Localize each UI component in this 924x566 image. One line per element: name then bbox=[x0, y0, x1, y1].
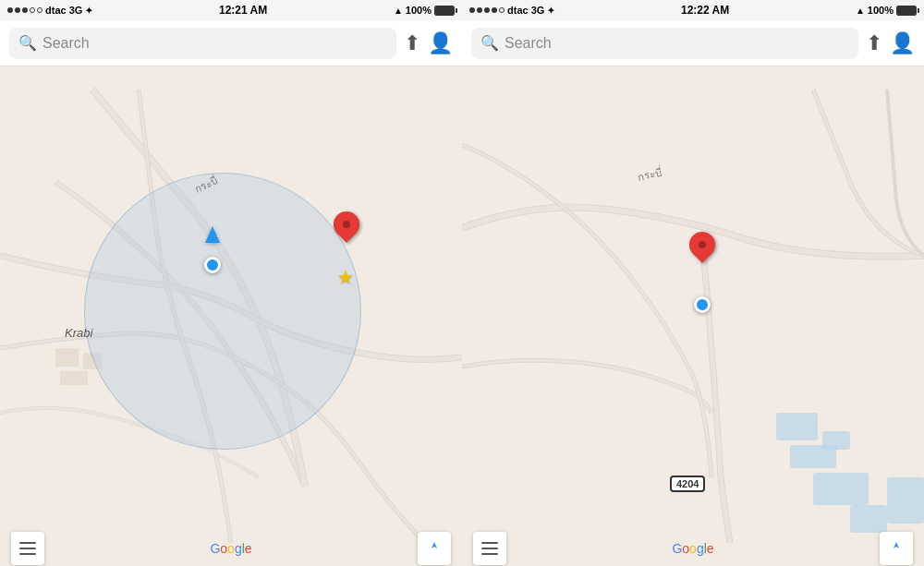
status-bar-right: dtac 3G ✦ 12:22 AM ▲ 100% bbox=[462, 0, 924, 20]
search-placeholder-left: Search bbox=[43, 35, 90, 52]
o1: o bbox=[220, 541, 227, 556]
ro1: o bbox=[682, 541, 689, 556]
google-logo-right: Google bbox=[672, 541, 713, 556]
user-direction-left bbox=[205, 226, 220, 243]
locate-icon-left bbox=[426, 540, 443, 557]
ro2: o bbox=[689, 541, 697, 556]
o2: o bbox=[227, 541, 235, 556]
map-bottom-right: Google bbox=[462, 531, 924, 566]
battery-icon-left bbox=[434, 6, 455, 16]
menu-button-left[interactable] bbox=[11, 532, 44, 565]
network-right: 3G bbox=[531, 5, 545, 16]
network-left: 3G bbox=[69, 5, 83, 16]
search-bar-right: 🔍 Search ⬆ 👤 bbox=[462, 20, 924, 66]
rham-line1 bbox=[481, 542, 498, 544]
rg2: g bbox=[697, 541, 704, 556]
locate-button-right[interactable] bbox=[880, 532, 913, 565]
rg1: G bbox=[672, 541, 682, 556]
status-right-left: ▲ 100% bbox=[394, 5, 455, 16]
svg-rect-9 bbox=[850, 505, 887, 533]
dot1 bbox=[7, 7, 13, 13]
navigation-icon-left[interactable]: ⬆ bbox=[404, 31, 420, 55]
location-arrow-left: ▲ bbox=[394, 6, 403, 16]
dot5 bbox=[37, 7, 43, 13]
locate-button-left[interactable] bbox=[418, 532, 451, 565]
dot3 bbox=[22, 7, 28, 13]
menu-button-right[interactable] bbox=[473, 532, 506, 565]
map-bottom-left: Google bbox=[0, 531, 462, 566]
time-right: 12:22 AM bbox=[681, 4, 729, 17]
svg-rect-10 bbox=[887, 477, 924, 524]
dot2 bbox=[15, 7, 20, 13]
battery-fill-right bbox=[897, 6, 916, 15]
e: e bbox=[245, 541, 252, 556]
search-bar-left: 🔍 Search ⬆ 👤 bbox=[0, 20, 462, 66]
carrier-left: dtac bbox=[45, 5, 67, 16]
battery-pct-left: 100% bbox=[406, 5, 432, 16]
rham-line3 bbox=[481, 553, 498, 555]
rdot5 bbox=[499, 7, 505, 13]
status-bar-left: dtac 3G ✦ 12:21 AM ▲ 100% bbox=[0, 0, 462, 20]
gps-icon-right: ✦ bbox=[547, 6, 554, 16]
user-location-left bbox=[204, 257, 221, 273]
battery-fill-left bbox=[435, 6, 454, 15]
rdot2 bbox=[477, 7, 482, 13]
search-icon-right: 🔍 bbox=[480, 34, 499, 52]
navigation-icon-right[interactable]: ⬆ bbox=[866, 31, 882, 55]
rdot3 bbox=[484, 7, 490, 13]
pin-dot-right bbox=[699, 241, 706, 248]
dot4 bbox=[30, 7, 35, 13]
svg-rect-1 bbox=[55, 348, 79, 367]
location-arrow-right: ▲ bbox=[856, 6, 865, 16]
pin-head-left bbox=[328, 206, 365, 243]
svg-rect-8 bbox=[813, 473, 869, 505]
battery-pct-right: 100% bbox=[868, 5, 894, 16]
map-area-right[interactable]: กระบี่ 4204 Google bbox=[462, 66, 924, 566]
status-right-right: ▲ 100% bbox=[856, 5, 917, 16]
place-label-krabi: Krabi bbox=[65, 326, 92, 340]
screen-right: dtac 3G ✦ 12:22 AM ▲ 100% 🔍 Search ⬆ 👤 bbox=[462, 0, 924, 566]
ham-line1 bbox=[19, 542, 36, 544]
carrier-right: dtac bbox=[507, 5, 529, 16]
re: e bbox=[707, 541, 714, 556]
map-area-left[interactable]: กระบี่ Krabi ★ Google bbox=[0, 66, 462, 566]
ham-line3 bbox=[19, 553, 36, 555]
person-icon-right[interactable]: 👤 bbox=[890, 31, 915, 55]
signal-dots-right bbox=[469, 7, 505, 13]
svg-rect-5 bbox=[776, 413, 818, 440]
search-input-container-left[interactable]: 🔍 Search bbox=[9, 28, 396, 59]
status-left-right: dtac 3G ✦ bbox=[469, 5, 554, 16]
search-placeholder-right: Search bbox=[505, 35, 552, 52]
user-location-right bbox=[694, 296, 711, 313]
g2: g bbox=[235, 541, 242, 556]
star-icon-left: ★ bbox=[337, 266, 354, 288]
battery-icon-right bbox=[896, 6, 917, 16]
red-pin-right bbox=[689, 232, 715, 258]
rdot1 bbox=[469, 7, 475, 13]
g1: G bbox=[210, 541, 220, 556]
google-logo-left: Google bbox=[210, 541, 251, 556]
rham-line2 bbox=[481, 548, 498, 549]
locate-icon-right bbox=[888, 540, 905, 557]
screen-left: dtac 3G ✦ 12:21 AM ▲ 100% 🔍 Search ⬆ 👤 bbox=[0, 0, 462, 566]
search-icon-left: 🔍 bbox=[18, 34, 37, 52]
signal-dots bbox=[7, 7, 43, 13]
svg-rect-3 bbox=[60, 371, 88, 385]
time-left: 12:21 AM bbox=[219, 4, 267, 17]
red-pin-left bbox=[334, 211, 359, 237]
pin-dot-left bbox=[343, 221, 350, 228]
rdot4 bbox=[492, 7, 497, 13]
pin-head-right bbox=[684, 226, 721, 263]
gps-icon-left: ✦ bbox=[85, 6, 92, 16]
status-left: dtac 3G ✦ bbox=[7, 5, 92, 16]
accuracy-circle bbox=[84, 173, 361, 450]
ham-line2 bbox=[19, 548, 36, 549]
road-badge-right: 4204 bbox=[670, 476, 705, 492]
person-icon-left[interactable]: 👤 bbox=[428, 31, 453, 55]
svg-rect-7 bbox=[790, 445, 836, 468]
search-input-container-right[interactable]: 🔍 Search bbox=[471, 28, 858, 59]
